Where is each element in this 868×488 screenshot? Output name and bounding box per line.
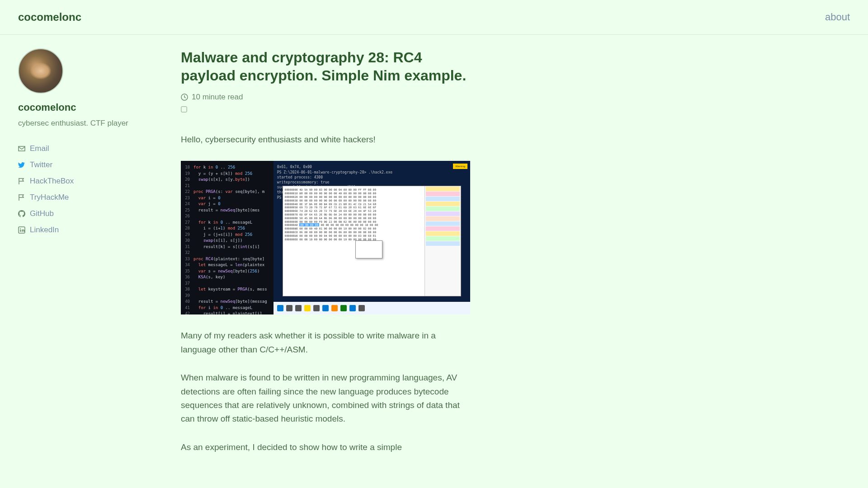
nav-about-link[interactable]: about: [825, 11, 850, 23]
svg-point-3: [20, 228, 21, 229]
article-content: Malware and cryptography 28: RC4 payload…: [181, 48, 470, 469]
flag-icon: [18, 194, 25, 201]
social-link-label: Twitter: [30, 160, 52, 169]
terminal-panel: Warning 0x61, 0x74, 0x00 PS Z:\2024-06-0…: [274, 161, 470, 314]
taskbar-icon: [277, 305, 283, 311]
github-icon: [18, 210, 25, 217]
hex-editor-window: 00000000 4D 5A 90 00 03 00 00 00 04 00 0…: [283, 186, 461, 296]
social-link-github[interactable]: GitHub: [18, 206, 154, 222]
read-time: 10 minute read: [181, 93, 470, 102]
article-screenshot: 18for k in 0 .. 256 19 y = (y + s[k]) mo…: [181, 161, 470, 314]
article-paragraph: When malware is found to be written in n…: [181, 371, 470, 426]
code-editor-panel: 18for k in 0 .. 256 19 y = (y + s[k]) mo…: [181, 161, 274, 314]
windows-taskbar: [274, 302, 470, 314]
taskbar-icon: [340, 305, 347, 311]
article-title: Malware and cryptography 28: RC4 payload…: [181, 48, 470, 84]
svg-rect-2: [20, 230, 21, 232]
social-links-list: Email Twitter HackTheBox TryHackMe: [18, 141, 154, 238]
taskbar-icon: [304, 305, 311, 311]
site-header: cocomelonc about: [0, 0, 868, 35]
taskbar-icon: [313, 305, 320, 311]
main-container: cocomelonc cybersec enthusiast. CTF play…: [0, 35, 868, 469]
social-link-label: Email: [30, 144, 49, 153]
social-link-email[interactable]: Email: [18, 141, 154, 157]
twitter-icon: [18, 161, 25, 169]
email-icon: [18, 145, 25, 152]
taskbar-icon: [322, 305, 329, 311]
read-time-text: 10 minute read: [192, 93, 243, 102]
social-link-label: HackTheBox: [30, 177, 74, 186]
author-name: cocomelonc: [18, 102, 154, 113]
color-sidebar: [425, 186, 461, 296]
svg-rect-5: [181, 107, 187, 112]
social-link-label: TryHackMe: [30, 193, 69, 202]
svg-rect-0: [19, 146, 25, 151]
taskbar-icon: [331, 305, 338, 311]
social-link-tryhackme[interactable]: TryHackMe: [18, 189, 154, 206]
article-paragraph: As an experiment, I decided to show how …: [181, 441, 470, 454]
site-title[interactable]: cocomelonc: [18, 11, 81, 23]
taskbar-icon: [286, 305, 292, 311]
clock-icon: [181, 94, 188, 101]
flag-icon: [18, 178, 25, 185]
social-link-twitter[interactable]: Twitter: [18, 157, 154, 173]
warning-badge: Warning: [453, 164, 467, 169]
author-bio: cybersec enthusiast. CTF player: [18, 119, 154, 128]
author-avatar[interactable]: [18, 48, 63, 94]
taskbar-icon: [295, 305, 302, 311]
social-link-label: LinkedIn: [30, 225, 59, 235]
hex-dump: 00000000 4D 5A 90 00 03 00 00 00 04 00 0…: [283, 186, 425, 296]
taskbar-icon: [349, 305, 356, 311]
author-sidebar: cocomelonc cybersec enthusiast. CTF play…: [18, 48, 154, 469]
linkedin-icon: [18, 226, 25, 234]
article-paragraph: Many of my readers ask whether it is pos…: [181, 329, 470, 357]
social-link-linkedin[interactable]: LinkedIn: [18, 222, 154, 238]
article-paragraph: Hello, cybersecurity enthusiasts and whi…: [181, 133, 470, 146]
share-icon[interactable]: [181, 105, 187, 115]
taskbar-icon: [359, 305, 365, 311]
article-body: Hello, cybersecurity enthusiasts and whi…: [181, 133, 470, 454]
dialog-box: [355, 240, 382, 258]
social-link-hackthebox[interactable]: HackTheBox: [18, 173, 154, 189]
social-link-label: GitHub: [30, 209, 54, 218]
